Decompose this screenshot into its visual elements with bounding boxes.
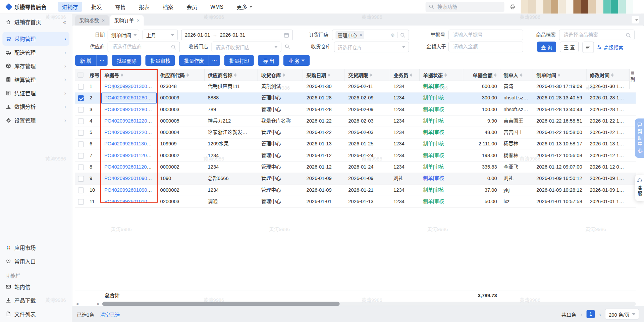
nav-item-6[interactable]: 会员 bbox=[182, 2, 201, 12]
advanced-search-link[interactable]: 高级搜索 bbox=[597, 42, 624, 52]
search-icon[interactable] bbox=[400, 32, 406, 38]
po-link[interactable]: PO4020992601220001 bbox=[104, 130, 155, 135]
more-actions-button[interactable]: ⋯ bbox=[96, 55, 108, 66]
column-header-mtime[interactable]: 修改时间 bbox=[587, 69, 629, 81]
sidebar-tool-3[interactable]: 文件列表 bbox=[0, 307, 72, 321]
po-link[interactable]: PO4020992601300001 bbox=[104, 84, 155, 89]
reset-button[interactable]: 重 置 bbox=[560, 42, 579, 52]
column-header-clerk[interactable]: 业务员 bbox=[390, 69, 420, 81]
more-actions-button[interactable]: ⋯ bbox=[209, 55, 220, 66]
table-row[interactable]: 1PO4020992601300001023048代销供应商111黄凯测试202… bbox=[75, 81, 636, 92]
remove-tag-icon[interactable]: × bbox=[359, 32, 362, 38]
nav-item-4[interactable]: 报表 bbox=[135, 2, 154, 12]
row-checkbox[interactable] bbox=[75, 81, 86, 92]
action-button-6[interactable]: 导 出 bbox=[258, 55, 279, 66]
prev-page-icon[interactable]: ‹ bbox=[581, 311, 583, 318]
amount-field[interactable] bbox=[448, 42, 523, 52]
column-header-status[interactable]: 单据状态 bbox=[420, 69, 463, 81]
po-link[interactable]: PO4020992601090002 bbox=[104, 176, 155, 181]
action-button-2[interactable]: 批量删除 bbox=[112, 55, 141, 66]
action-button-5[interactable]: 批量打印 bbox=[224, 55, 254, 66]
search-icon[interactable] bbox=[285, 44, 290, 49]
nav-item-1[interactable]: 进销存 bbox=[58, 2, 82, 12]
nav-item-8[interactable]: 更多 bbox=[232, 2, 257, 12]
row-checkbox[interactable] bbox=[75, 104, 86, 115]
sidebar-item-5[interactable]: 凭证管理› bbox=[0, 86, 72, 100]
table-row[interactable]: 10PO402099260109000100000021234管理中心2026-… bbox=[75, 185, 636, 196]
scroll-right-icon[interactable]: ► bbox=[97, 302, 101, 307]
po-link[interactable]: PO4020992601010001 bbox=[104, 198, 155, 204]
sort-icon[interactable] bbox=[611, 73, 613, 77]
sidebar-shortcut-1[interactable]: 应用市场 bbox=[0, 241, 72, 255]
list-layout-button[interactable] bbox=[582, 42, 594, 53]
action-button-3[interactable]: 批量审核 bbox=[146, 55, 175, 66]
table-row[interactable]: 6PO40209926011300011099091209水果管理中心2026-… bbox=[75, 139, 636, 150]
tab-1[interactable]: 采购参数× bbox=[75, 15, 109, 26]
sidebar-shortcut-2[interactable]: 常用入口 bbox=[0, 255, 72, 268]
row-checkbox[interactable] bbox=[75, 127, 86, 138]
table-row[interactable]: 11PO40209926010100010200003调通管理中心2026-01… bbox=[75, 196, 636, 208]
product-field[interactable] bbox=[559, 30, 635, 40]
order-store-select[interactable]: 管理中心 × ⊗ bbox=[332, 30, 409, 40]
row-checkbox[interactable] bbox=[75, 93, 86, 104]
sort-icon[interactable] bbox=[444, 73, 447, 77]
sort-icon[interactable] bbox=[328, 73, 330, 77]
supplier-input[interactable] bbox=[111, 44, 168, 50]
sort-icon[interactable] bbox=[494, 73, 496, 77]
date-type-select[interactable]: 制单时间 bbox=[108, 30, 139, 40]
date-range-picker[interactable]: 2026-01-01 → 2026-01-31 bbox=[181, 30, 293, 40]
close-icon[interactable]: × bbox=[137, 17, 140, 23]
sidebar-tool-2[interactable]: 产品下载 bbox=[0, 293, 72, 307]
column-settings-button[interactable]: ▦ 列 bbox=[629, 69, 636, 89]
po-link[interactable]: PO4020992601120001 bbox=[104, 164, 155, 170]
sidebar-home[interactable]: 进销存首页 « bbox=[0, 13, 72, 30]
sidebar-item-7[interactable]: 设置管理› bbox=[0, 113, 72, 127]
table-row[interactable]: 7PO402099260112000200000021234管理中心2026-0… bbox=[75, 150, 636, 162]
sidebar-item-3[interactable]: 库存管理› bbox=[0, 59, 72, 73]
action-button-1[interactable]: 新 增 bbox=[75, 55, 96, 66]
row-checkbox[interactable] bbox=[75, 150, 86, 161]
scroll-left-icon[interactable]: ◄ bbox=[75, 302, 79, 307]
supplier-field[interactable] bbox=[108, 42, 180, 52]
printer-icon[interactable] bbox=[507, 2, 518, 12]
column-header-po[interactable]: 单据号 bbox=[101, 69, 157, 81]
row-checkbox[interactable] bbox=[75, 173, 86, 184]
row-checkbox[interactable] bbox=[75, 196, 86, 207]
nav-item-7[interactable]: WMS bbox=[206, 2, 227, 11]
sort-icon[interactable] bbox=[186, 73, 189, 77]
close-icon[interactable]: × bbox=[102, 17, 105, 23]
po-link[interactable]: PO4020992601280003 bbox=[104, 106, 155, 112]
amount-input[interactable] bbox=[452, 44, 520, 50]
nav-item-2[interactable]: 批发 bbox=[87, 2, 106, 12]
customer-service-widget[interactable]: 客服 bbox=[635, 175, 644, 201]
row-checkbox[interactable] bbox=[75, 139, 86, 150]
row-checkbox[interactable] bbox=[75, 116, 86, 127]
column-header-ctime[interactable]: 制单时间 bbox=[533, 69, 586, 81]
tab-overflow-button[interactable] bbox=[632, 16, 639, 24]
page-size-select[interactable]: 200 条/页 bbox=[605, 309, 639, 320]
table-row[interactable]: 9PO40209926010900021090总部6666管理中心2026-01… bbox=[75, 173, 636, 185]
nav-item-3[interactable]: 零售 bbox=[111, 2, 130, 12]
sidebar-tool-1[interactable]: 站内信 bbox=[0, 280, 72, 293]
column-header-code[interactable]: 供应商代码 bbox=[157, 69, 205, 81]
tab-2[interactable]: 采购订单× bbox=[110, 15, 144, 26]
table-row[interactable]: 5PO40209926012200010000004这家浙江这就发…管理中心20… bbox=[75, 127, 636, 138]
column-header-name[interactable]: 供应商名称 bbox=[205, 69, 258, 81]
doc-no-field[interactable] bbox=[448, 30, 523, 40]
page-number[interactable]: 1 bbox=[587, 310, 595, 318]
query-button[interactable]: 查 询 bbox=[537, 42, 556, 52]
column-header-deadline[interactable]: 交货期限 bbox=[345, 69, 390, 81]
sort-icon[interactable] bbox=[282, 73, 285, 77]
doc-no-input[interactable] bbox=[452, 32, 520, 38]
sort-icon[interactable] bbox=[121, 73, 123, 77]
po-link[interactable]: PO4020992601280004 bbox=[104, 95, 155, 101]
sort-icon[interactable] bbox=[234, 73, 236, 77]
sidebar-item-2[interactable]: 配送管理› bbox=[0, 46, 72, 59]
column-header-amount[interactable]: 单据金额 bbox=[463, 69, 500, 81]
row-checkbox[interactable] bbox=[75, 185, 86, 196]
clear-selection-link[interactable]: 清空已选 bbox=[100, 311, 120, 318]
table-row[interactable]: 8PO402099260112000100000021234管理中心2026-0… bbox=[75, 162, 636, 173]
sort-icon[interactable] bbox=[520, 73, 522, 77]
search-icon[interactable] bbox=[626, 32, 631, 38]
scrollbar-thumb[interactable] bbox=[102, 302, 340, 306]
